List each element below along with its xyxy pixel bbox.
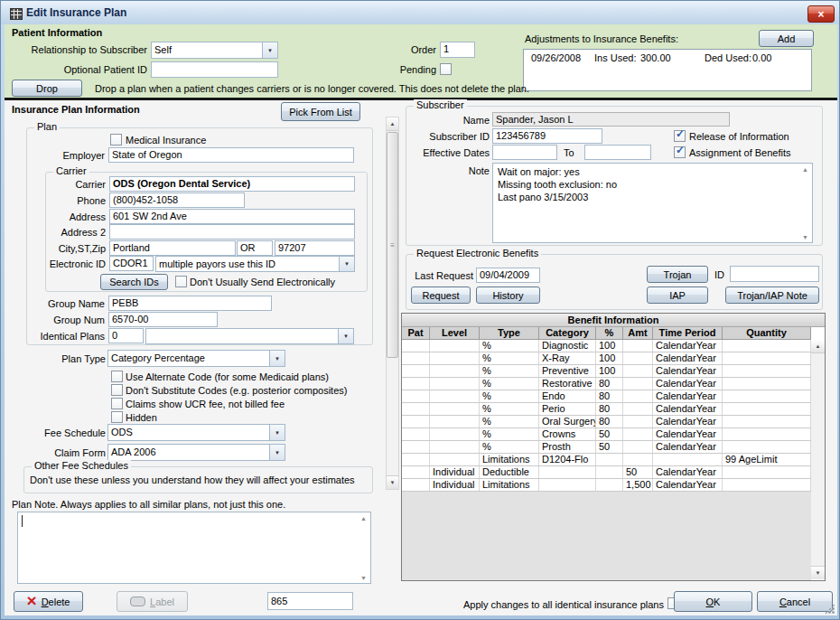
claims-ucr-fee-checkbox[interactable] — [111, 398, 123, 409]
medical-insurance-checkbox[interactable] — [110, 134, 122, 146]
benefit-cell: CalendarYear — [653, 390, 723, 402]
col-header-amt: Amt — [623, 327, 653, 339]
relationship-dropdown[interactable]: Self ▼ — [151, 42, 278, 59]
ok-button[interactable]: OK — [674, 591, 752, 612]
carrier-field[interactable]: ODS (Oregon Dental Service) — [109, 176, 355, 192]
benefit-cell — [539, 479, 596, 491]
left-panel-scrollbar[interactable]: ▲ ≡ ▼ — [386, 117, 399, 490]
payor-id-dropdown[interactable]: multiple payors use this ID ▼ — [155, 256, 355, 272]
fee-schedule-dropdown[interactable]: ODS ▼ — [107, 424, 285, 441]
benefit-row[interactable]: %Oral Surgery80CalendarYear — [402, 416, 811, 428]
effective-to-field[interactable] — [584, 145, 651, 160]
zip-field[interactable]: 97207 — [275, 240, 355, 256]
main-area: Insurance Plan Information Pick From Lis… — [5, 100, 837, 615]
benefit-row[interactable]: IndividualDeductible50CalendarYear — [402, 466, 811, 479]
label-button[interactable]: Label — [117, 591, 188, 612]
identical-plans-dropdown[interactable]: ▼ — [145, 328, 354, 344]
benefit-row[interactable]: %Endo80CalendarYear — [402, 390, 811, 403]
benefit-row[interactable]: LimitationsD1204-Flo99 AgeLimit — [402, 454, 811, 466]
dont-send-checkbox[interactable] — [175, 276, 187, 287]
trojan-id-field[interactable] — [730, 266, 819, 282]
address2-field[interactable] — [109, 224, 355, 240]
add-adjustment-button[interactable]: Add — [759, 30, 814, 47]
benefit-table-scrollbar[interactable]: ▲ ▼ — [811, 340, 825, 579]
drop-button[interactable]: Drop — [12, 80, 82, 97]
close-button[interactable]: × — [807, 5, 835, 23]
search-ids-button[interactable]: Search IDs — [100, 274, 168, 290]
address-field[interactable]: 601 SW 2nd Ave — [109, 209, 355, 224]
pick-from-list-button[interactable]: Pick From List — [281, 102, 360, 121]
state-field[interactable]: OR — [237, 240, 273, 256]
benefit-cell: Limitations — [480, 454, 539, 465]
optional-patient-id-field[interactable] — [151, 61, 278, 78]
subscriber-name-label: Name — [425, 115, 490, 126]
benefit-cell: % — [480, 365, 539, 377]
hidden-checkbox[interactable] — [111, 411, 123, 423]
adjustment-date: 09/26/2008 — [531, 52, 581, 63]
scroll-down-icon[interactable]: ▼ — [360, 575, 367, 581]
request-button[interactable]: Request — [411, 287, 471, 304]
city-field[interactable]: Portland — [109, 240, 236, 256]
benefit-row[interactable]: %Prosth50CalendarYear — [402, 441, 811, 454]
dont-substitute-codes-checkbox[interactable] — [111, 384, 123, 396]
benefit-row[interactable]: %Preventive100CalendarYear — [402, 365, 811, 378]
release-of-information-checkbox[interactable]: ✓ — [674, 130, 686, 142]
pending-checkbox[interactable] — [440, 63, 452, 75]
benefit-row[interactable]: IndividualLimitations1,500CalendarYear — [402, 479, 811, 492]
benefit-cell: Deductible — [480, 466, 539, 478]
scroll-up-icon[interactable]: ▲ — [802, 166, 808, 173]
benefit-row[interactable]: %Restorative80CalendarYear — [402, 378, 811, 390]
benefit-row[interactable]: %X-Ray100CalendarYear — [402, 352, 811, 365]
check-icon: ✓ — [676, 145, 685, 155]
effective-from-field[interactable] — [492, 145, 557, 160]
subscriber-note-textarea[interactable]: Wait on major: yes Missing tooth exclusi… — [492, 163, 813, 243]
subscriber-note-label: Note — [462, 165, 490, 176]
scroll-up-icon[interactable]: ▲ — [360, 515, 367, 521]
scroll-down-icon[interactable]: ▼ — [811, 566, 825, 579]
benefit-cell — [430, 378, 480, 390]
electronic-id-label: Electronic ID — [46, 258, 106, 269]
benefit-row[interactable]: %Diagnostic100CalendarYear — [402, 340, 811, 352]
benefit-cell — [723, 403, 811, 415]
scroll-up-icon[interactable]: ▲ — [387, 117, 398, 131]
iap-button[interactable]: IAP — [647, 287, 708, 304]
subscriber-group-label: Subscriber — [414, 99, 467, 110]
employer-field[interactable]: State of Oregon — [108, 147, 354, 163]
benefit-row[interactable]: %Crowns50CalendarYear — [402, 428, 811, 441]
benefit-cell: 80 — [596, 403, 623, 415]
history-button[interactable]: History — [476, 287, 540, 304]
subscriber-id-field[interactable]: 123456789 — [492, 128, 602, 144]
adjustments-listbox[interactable]: 09/26/2008 Ins Used: 300.00 Ded Used: 0.… — [523, 49, 812, 91]
benefit-cell: 50 — [596, 428, 623, 440]
scroll-up-icon[interactable]: ▲ — [811, 340, 825, 353]
identical-plans-field[interactable]: 0 — [108, 328, 144, 343]
benefit-cell — [402, 378, 430, 390]
benefit-cell — [430, 441, 480, 453]
use-alternate-code-checkbox[interactable] — [111, 371, 123, 382]
electronic-id-field[interactable]: CDOR1 — [109, 256, 154, 271]
benefit-table-body: %Diagnostic100CalendarYear%X-Ray100Calen… — [402, 340, 811, 492]
benefit-cell — [430, 390, 480, 402]
benefit-cell: % — [480, 340, 539, 352]
group-num-field[interactable]: 6570-00 — [108, 312, 218, 327]
group-name-field[interactable]: PEBB — [108, 296, 272, 311]
trojan-iap-note-button[interactable]: Trojan/IAP Note — [725, 287, 819, 304]
chevron-down-icon: ▼ — [269, 351, 285, 366]
assignment-of-benefits-checkbox[interactable]: ✓ — [674, 146, 686, 158]
trojan-button[interactable]: Trojan — [647, 266, 708, 283]
benefit-cell — [596, 454, 623, 465]
cancel-button[interactable]: Cancel — [757, 591, 833, 612]
delete-button[interactable]: × Delete — [14, 591, 83, 612]
plan-note-textarea[interactable] — [17, 512, 371, 584]
scroll-down-icon[interactable]: ▼ — [387, 475, 398, 489]
benefit-cell — [723, 466, 811, 478]
plan-type-dropdown[interactable]: Category Percentage ▼ — [107, 350, 285, 367]
phone-field[interactable]: (800)452-1058 — [109, 193, 245, 208]
scrollbar-thumb[interactable]: ≡ — [387, 132, 398, 358]
scroll-down-icon[interactable]: ▼ — [802, 234, 808, 240]
order-field[interactable]: 1 — [440, 42, 475, 58]
last-request-field[interactable]: 09/04/2009 — [476, 268, 540, 283]
benefit-row[interactable]: %Perio80CalendarYear — [402, 403, 811, 416]
plan-number-field[interactable]: 865 — [267, 592, 353, 610]
claim-form-dropdown[interactable]: ADA 2006 ▼ — [107, 444, 285, 461]
